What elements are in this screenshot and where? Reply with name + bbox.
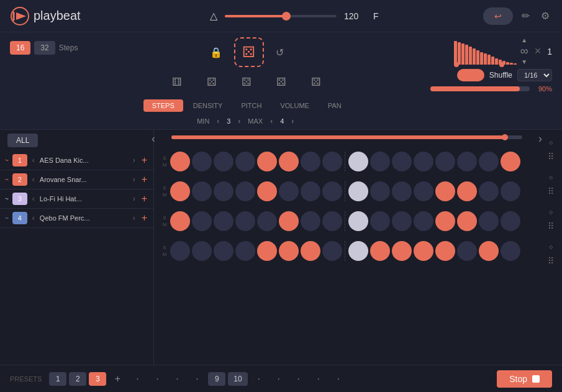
step-circle[interactable] <box>435 211 455 231</box>
step-circle[interactable] <box>457 241 477 261</box>
tab-density[interactable]: DENSITY <box>184 99 232 112</box>
step-circle[interactable] <box>414 241 433 261</box>
min-increase-button[interactable]: › <box>235 116 243 127</box>
preset-button-4[interactable]: · <box>129 372 146 386</box>
steps-16-button[interactable]: 16 <box>10 41 30 55</box>
tab-steps[interactable]: STEPS <box>143 99 183 112</box>
track-prev-button[interactable]: ‹ <box>31 156 36 165</box>
step-circle[interactable] <box>279 211 299 231</box>
track-add-button[interactable]: + <box>140 212 148 224</box>
dice-steps-button[interactable]: ⚅ <box>166 71 188 93</box>
step-circle[interactable] <box>501 152 520 171</box>
mute-label[interactable]: M <box>163 192 167 198</box>
step-circle[interactable] <box>235 211 255 231</box>
track-row[interactable]: ~ 3 ‹ Lo-Fi Hi Hat... › + <box>0 189 153 209</box>
min-decrease-button[interactable]: ‹ <box>214 116 222 127</box>
step-circle[interactable] <box>348 241 368 261</box>
step-circle[interactable] <box>479 181 499 201</box>
step-circle[interactable] <box>414 181 433 201</box>
step-circle[interactable] <box>235 181 255 201</box>
step-circle[interactable] <box>257 211 277 231</box>
main-dice-button[interactable]: ⚄ <box>234 37 264 67</box>
preset-button-2[interactable]: 3 <box>89 372 106 386</box>
step-circle[interactable] <box>348 211 368 231</box>
preset-button-7[interactable]: · <box>188 372 206 386</box>
step-circle[interactable] <box>370 241 390 261</box>
track-row[interactable]: ~ 2 ‹ Arovane Snar... › + <box>0 170 153 189</box>
solo-label[interactable]: S <box>163 215 166 221</box>
track-prev-button[interactable]: ‹ <box>31 175 36 184</box>
tab-pitch[interactable]: PITCH <box>232 99 270 112</box>
step-circle[interactable] <box>192 181 212 201</box>
track-add-button[interactable]: + <box>140 193 148 204</box>
reset-button[interactable]: ↺ <box>274 45 286 60</box>
track-row[interactable]: ~ 4 ‹ Qebo FM Perc... › + <box>0 209 153 228</box>
preset-button-10[interactable]: · <box>250 372 268 386</box>
step-circle[interactable] <box>414 152 433 171</box>
step-circle[interactable] <box>457 181 477 201</box>
nav-right-button[interactable]: › <box>538 132 542 145</box>
step-circle[interactable] <box>322 211 342 231</box>
stop-button[interactable]: Stop <box>497 370 552 388</box>
tab-volume[interactable]: VOLUME <box>271 99 317 112</box>
track-prev-button[interactable]: ‹ <box>31 214 36 222</box>
step-circle[interactable] <box>170 241 190 261</box>
preset-button-14[interactable]: · <box>330 372 347 386</box>
mute-label[interactable]: M <box>163 162 167 168</box>
track-next-button[interactable]: › <box>132 175 137 184</box>
step-circle[interactable] <box>370 181 390 201</box>
step-circle[interactable] <box>214 211 233 231</box>
playhead-bar[interactable] <box>171 135 522 139</box>
step-circle[interactable] <box>392 211 412 231</box>
preset-button-5[interactable]: · <box>148 372 166 386</box>
step-circle[interactable] <box>192 241 212 261</box>
step-circle[interactable] <box>322 152 342 171</box>
tempo-slider[interactable] <box>225 15 337 17</box>
step-circle[interactable] <box>501 211 520 231</box>
step-circle[interactable] <box>214 181 233 201</box>
preset-button-8[interactable]: 9 <box>208 372 225 386</box>
step-circle[interactable] <box>501 241 520 261</box>
grid4-icon[interactable]: ⠿ <box>546 254 556 268</box>
loop-count-down[interactable]: ▼ <box>521 59 527 65</box>
erase4-icon[interactable]: ⬦ <box>546 239 555 253</box>
dice-pitch-button[interactable]: ⚄ <box>235 71 258 93</box>
step-circle[interactable] <box>301 181 320 201</box>
preset-button-11[interactable]: · <box>270 372 288 386</box>
step-circle[interactable] <box>392 181 412 201</box>
loop-count-up[interactable]: ▲ <box>521 37 527 43</box>
settings-button[interactable]: ⚙ <box>538 7 552 24</box>
step-circle[interactable] <box>192 152 212 171</box>
step-circle[interactable] <box>348 181 368 201</box>
step-circle[interactable] <box>435 241 455 261</box>
dice-pan-button[interactable]: ⚄ <box>305 71 327 93</box>
preset-button-0[interactable]: 1 <box>49 372 66 386</box>
track-next-button[interactable]: › <box>132 156 137 165</box>
step-circle[interactable] <box>214 152 233 171</box>
erase2-icon[interactable]: ⬦ <box>546 170 555 183</box>
step-circle[interactable] <box>392 241 412 261</box>
step-circle[interactable] <box>170 152 190 171</box>
step-circle[interactable] <box>235 241 255 261</box>
track-next-button[interactable]: › <box>132 214 137 222</box>
shuffle-toggle-button[interactable] <box>457 69 484 81</box>
solo-label[interactable]: S <box>163 185 166 191</box>
step-circle[interactable] <box>435 152 455 171</box>
step-circle[interactable] <box>501 181 520 201</box>
step-circle[interactable] <box>414 211 433 231</box>
steps-32-button[interactable]: 32 <box>34 41 55 55</box>
track-prev-button[interactable]: ‹ <box>31 194 36 203</box>
step-circle[interactable] <box>479 241 499 261</box>
step-circle[interactable] <box>170 181 190 201</box>
preset-button-3[interactable]: + <box>109 372 126 386</box>
erase-icon[interactable]: ⬦ <box>546 135 555 148</box>
preset-button-6[interactable]: · <box>168 372 186 386</box>
step-circle[interactable] <box>457 152 477 171</box>
step-circle[interactable] <box>435 181 455 201</box>
preset-button-1[interactable]: 2 <box>69 372 86 386</box>
step-circle[interactable] <box>279 152 299 171</box>
step-circle[interactable] <box>322 181 342 201</box>
tab-pan[interactable]: PAN <box>319 99 350 112</box>
step-circle[interactable] <box>479 211 499 231</box>
step-circle[interactable] <box>279 181 299 201</box>
